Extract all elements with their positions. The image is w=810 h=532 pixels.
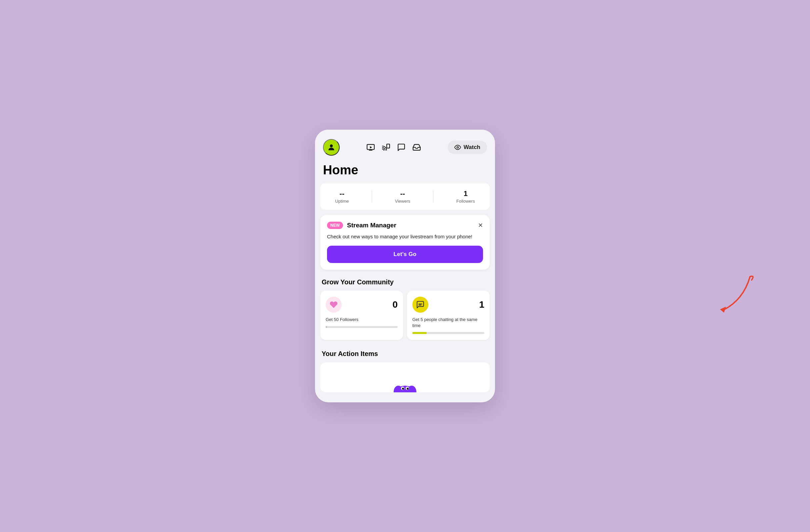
page-title: Home (323, 163, 487, 177)
action-items-section-heading: Your Action Items (315, 346, 495, 362)
lets-go-button[interactable]: Let's Go (327, 246, 483, 263)
community-card-1-top: 0 (326, 297, 398, 313)
uptime-value: -- (335, 189, 349, 198)
svg-point-12 (402, 388, 404, 390)
watch-label: Watch (464, 144, 480, 151)
community-cards: 0 Get 50 Followers 1 Get 5 people chatti… (315, 291, 495, 340)
uptime-label: Uptime (335, 199, 349, 204)
community-section-heading: Grow Your Community (315, 275, 495, 291)
page-title-area: Home (315, 160, 495, 183)
svg-point-0 (330, 144, 333, 147)
svg-marker-14 (720, 307, 726, 313)
viewers-stat: -- Viewers (395, 189, 410, 204)
viewers-label: Viewers (395, 199, 410, 204)
nav-icons (346, 143, 442, 152)
stream-icon-button[interactable] (366, 143, 375, 152)
phone-container: Watch Home -- Uptime -- Viewers 1 Follow… (315, 130, 495, 403)
svg-rect-3 (387, 144, 390, 148)
stat-divider-2 (433, 190, 433, 202)
followers-progress-track (326, 326, 398, 328)
chatters-community-card: 1 Get 5 people chatting at the same time (407, 291, 490, 340)
stat-divider-1 (372, 190, 372, 202)
svg-point-13 (407, 388, 409, 390)
chatters-progress-track (412, 332, 484, 334)
followers-count: 0 (392, 299, 398, 310)
followers-label: Followers (456, 199, 475, 204)
new-badge: NEW (327, 222, 343, 229)
followers-progress-fill (326, 326, 327, 328)
annotation-arrow (703, 273, 757, 320)
mascot-illustration (388, 366, 422, 392)
chat-icon-button[interactable] (397, 143, 406, 152)
followers-value: 1 (456, 189, 475, 198)
stream-manager-card: NEW Stream Manager ✕ Check out new ways … (320, 215, 490, 270)
top-nav: Watch (315, 130, 495, 160)
action-items-preview (320, 362, 490, 392)
close-button[interactable]: ✕ (478, 222, 483, 228)
uptime-stat: -- Uptime (335, 189, 349, 204)
chatters-goal-label: Get 5 people chatting at the same time (412, 317, 484, 329)
watch-button[interactable]: Watch (448, 141, 487, 154)
action-items-section (315, 362, 495, 392)
card-header-left: NEW Stream Manager (327, 222, 396, 229)
svg-point-4 (457, 146, 458, 148)
stats-bar: -- Uptime -- Viewers 1 Followers (320, 183, 490, 210)
cast-icon-button[interactable] (382, 143, 390, 152)
followers-goal-label: Get 50 Followers (326, 317, 398, 323)
followers-community-card: 0 Get 50 Followers (320, 291, 403, 340)
chatters-count: 1 (479, 299, 484, 310)
card-header: NEW Stream Manager ✕ (327, 222, 483, 229)
card-description: Check out new ways to manage your livest… (327, 233, 483, 241)
chatters-progress-fill (412, 332, 427, 334)
chat-icon-container (412, 297, 428, 313)
card-title: Stream Manager (347, 222, 396, 229)
avatar-button[interactable] (323, 139, 340, 156)
heart-icon-container (326, 297, 342, 313)
inbox-icon-button[interactable] (412, 143, 421, 152)
viewers-value: -- (395, 189, 410, 198)
followers-stat: 1 Followers (456, 189, 475, 204)
svg-marker-2 (370, 146, 372, 148)
community-card-2-top: 1 (412, 297, 484, 313)
